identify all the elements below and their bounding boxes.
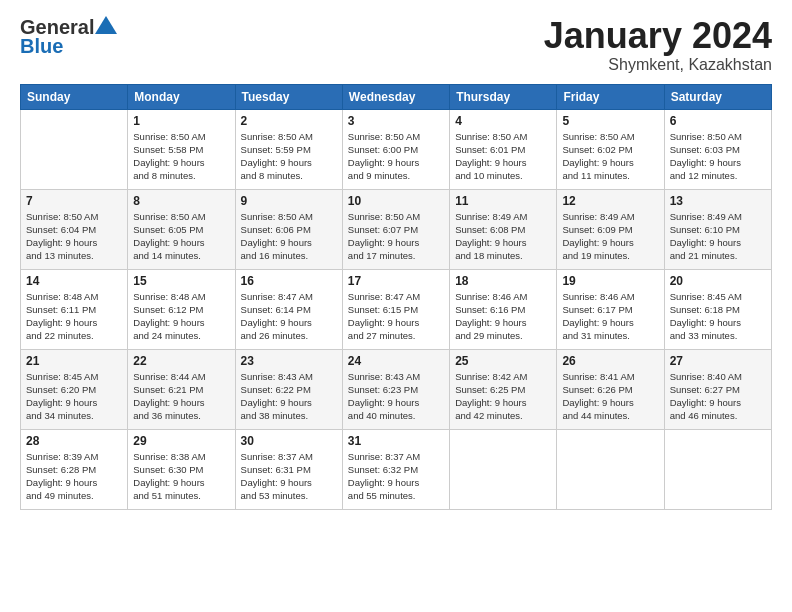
calendar-week-row: 1Sunrise: 8:50 AM Sunset: 5:58 PM Daylig…: [21, 109, 772, 189]
day-number: 29: [133, 434, 229, 448]
table-row: 19Sunrise: 8:46 AM Sunset: 6:17 PM Dayli…: [557, 269, 664, 349]
calendar-week-row: 21Sunrise: 8:45 AM Sunset: 6:20 PM Dayli…: [21, 349, 772, 429]
table-row: 25Sunrise: 8:42 AM Sunset: 6:25 PM Dayli…: [450, 349, 557, 429]
table-row: 16Sunrise: 8:47 AM Sunset: 6:14 PM Dayli…: [235, 269, 342, 349]
table-row: 11Sunrise: 8:49 AM Sunset: 6:08 PM Dayli…: [450, 189, 557, 269]
day-number: 25: [455, 354, 551, 368]
day-info: Sunrise: 8:50 AM Sunset: 6:06 PM Dayligh…: [241, 210, 337, 263]
header-wednesday: Wednesday: [342, 84, 449, 109]
day-number: 20: [670, 274, 766, 288]
table-row: 5Sunrise: 8:50 AM Sunset: 6:02 PM Daylig…: [557, 109, 664, 189]
table-row: [557, 429, 664, 509]
table-row: 10Sunrise: 8:50 AM Sunset: 6:07 PM Dayli…: [342, 189, 449, 269]
day-info: Sunrise: 8:37 AM Sunset: 6:32 PM Dayligh…: [348, 450, 444, 503]
day-info: Sunrise: 8:47 AM Sunset: 6:15 PM Dayligh…: [348, 290, 444, 343]
table-row: [450, 429, 557, 509]
day-number: 17: [348, 274, 444, 288]
day-number: 6: [670, 114, 766, 128]
header-tuesday: Tuesday: [235, 84, 342, 109]
day-number: 14: [26, 274, 122, 288]
table-row: 31Sunrise: 8:37 AM Sunset: 6:32 PM Dayli…: [342, 429, 449, 509]
day-info: Sunrise: 8:48 AM Sunset: 6:11 PM Dayligh…: [26, 290, 122, 343]
day-info: Sunrise: 8:48 AM Sunset: 6:12 PM Dayligh…: [133, 290, 229, 343]
day-info: Sunrise: 8:46 AM Sunset: 6:16 PM Dayligh…: [455, 290, 551, 343]
day-number: 10: [348, 194, 444, 208]
day-info: Sunrise: 8:50 AM Sunset: 6:07 PM Dayligh…: [348, 210, 444, 263]
table-row: 15Sunrise: 8:48 AM Sunset: 6:12 PM Dayli…: [128, 269, 235, 349]
calendar-header-row: Sunday Monday Tuesday Wednesday Thursday…: [21, 84, 772, 109]
day-info: Sunrise: 8:49 AM Sunset: 6:08 PM Dayligh…: [455, 210, 551, 263]
logo-icon: [95, 16, 117, 34]
table-row: 26Sunrise: 8:41 AM Sunset: 6:26 PM Dayli…: [557, 349, 664, 429]
day-number: 24: [348, 354, 444, 368]
table-row: 23Sunrise: 8:43 AM Sunset: 6:22 PM Dayli…: [235, 349, 342, 429]
day-info: Sunrise: 8:50 AM Sunset: 6:02 PM Dayligh…: [562, 130, 658, 183]
day-info: Sunrise: 8:49 AM Sunset: 6:10 PM Dayligh…: [670, 210, 766, 263]
day-number: 12: [562, 194, 658, 208]
table-row: 6Sunrise: 8:50 AM Sunset: 6:03 PM Daylig…: [664, 109, 771, 189]
day-number: 19: [562, 274, 658, 288]
header: General Blue January 2024 Shymkent, Kaza…: [20, 16, 772, 74]
table-row: 18Sunrise: 8:46 AM Sunset: 6:16 PM Dayli…: [450, 269, 557, 349]
calendar-table: Sunday Monday Tuesday Wednesday Thursday…: [20, 84, 772, 510]
day-number: 2: [241, 114, 337, 128]
day-info: Sunrise: 8:49 AM Sunset: 6:09 PM Dayligh…: [562, 210, 658, 263]
table-row: 7Sunrise: 8:50 AM Sunset: 6:04 PM Daylig…: [21, 189, 128, 269]
table-row: [664, 429, 771, 509]
table-row: 29Sunrise: 8:38 AM Sunset: 6:30 PM Dayli…: [128, 429, 235, 509]
day-info: Sunrise: 8:50 AM Sunset: 5:59 PM Dayligh…: [241, 130, 337, 183]
table-row: 2Sunrise: 8:50 AM Sunset: 5:59 PM Daylig…: [235, 109, 342, 189]
day-number: 3: [348, 114, 444, 128]
title-location: Shymkent, Kazakhstan: [544, 56, 772, 74]
table-row: [21, 109, 128, 189]
table-row: 8Sunrise: 8:50 AM Sunset: 6:05 PM Daylig…: [128, 189, 235, 269]
svg-marker-0: [95, 16, 117, 34]
header-monday: Monday: [128, 84, 235, 109]
header-friday: Friday: [557, 84, 664, 109]
logo-blue: Blue: [20, 35, 63, 58]
title-block: January 2024 Shymkent, Kazakhstan: [544, 16, 772, 74]
calendar-week-row: 28Sunrise: 8:39 AM Sunset: 6:28 PM Dayli…: [21, 429, 772, 509]
title-month: January 2024: [544, 16, 772, 56]
day-info: Sunrise: 8:42 AM Sunset: 6:25 PM Dayligh…: [455, 370, 551, 423]
table-row: 3Sunrise: 8:50 AM Sunset: 6:00 PM Daylig…: [342, 109, 449, 189]
day-info: Sunrise: 8:45 AM Sunset: 6:20 PM Dayligh…: [26, 370, 122, 423]
table-row: 24Sunrise: 8:43 AM Sunset: 6:23 PM Dayli…: [342, 349, 449, 429]
day-info: Sunrise: 8:45 AM Sunset: 6:18 PM Dayligh…: [670, 290, 766, 343]
day-info: Sunrise: 8:38 AM Sunset: 6:30 PM Dayligh…: [133, 450, 229, 503]
day-number: 7: [26, 194, 122, 208]
page: General Blue January 2024 Shymkent, Kaza…: [0, 0, 792, 520]
table-row: 28Sunrise: 8:39 AM Sunset: 6:28 PM Dayli…: [21, 429, 128, 509]
day-number: 8: [133, 194, 229, 208]
day-number: 5: [562, 114, 658, 128]
day-info: Sunrise: 8:40 AM Sunset: 6:27 PM Dayligh…: [670, 370, 766, 423]
day-info: Sunrise: 8:41 AM Sunset: 6:26 PM Dayligh…: [562, 370, 658, 423]
header-saturday: Saturday: [664, 84, 771, 109]
day-number: 11: [455, 194, 551, 208]
day-number: 30: [241, 434, 337, 448]
day-number: 13: [670, 194, 766, 208]
logo: General Blue: [20, 16, 118, 58]
day-info: Sunrise: 8:50 AM Sunset: 6:04 PM Dayligh…: [26, 210, 122, 263]
calendar-week-row: 14Sunrise: 8:48 AM Sunset: 6:11 PM Dayli…: [21, 269, 772, 349]
header-sunday: Sunday: [21, 84, 128, 109]
day-info: Sunrise: 8:39 AM Sunset: 6:28 PM Dayligh…: [26, 450, 122, 503]
day-info: Sunrise: 8:50 AM Sunset: 6:05 PM Dayligh…: [133, 210, 229, 263]
day-number: 21: [26, 354, 122, 368]
day-number: 23: [241, 354, 337, 368]
day-info: Sunrise: 8:50 AM Sunset: 5:58 PM Dayligh…: [133, 130, 229, 183]
table-row: 1Sunrise: 8:50 AM Sunset: 5:58 PM Daylig…: [128, 109, 235, 189]
day-number: 27: [670, 354, 766, 368]
table-row: 20Sunrise: 8:45 AM Sunset: 6:18 PM Dayli…: [664, 269, 771, 349]
table-row: 9Sunrise: 8:50 AM Sunset: 6:06 PM Daylig…: [235, 189, 342, 269]
day-number: 26: [562, 354, 658, 368]
day-number: 15: [133, 274, 229, 288]
day-info: Sunrise: 8:50 AM Sunset: 6:00 PM Dayligh…: [348, 130, 444, 183]
day-info: Sunrise: 8:46 AM Sunset: 6:17 PM Dayligh…: [562, 290, 658, 343]
table-row: 27Sunrise: 8:40 AM Sunset: 6:27 PM Dayli…: [664, 349, 771, 429]
day-number: 1: [133, 114, 229, 128]
table-row: 21Sunrise: 8:45 AM Sunset: 6:20 PM Dayli…: [21, 349, 128, 429]
table-row: 30Sunrise: 8:37 AM Sunset: 6:31 PM Dayli…: [235, 429, 342, 509]
day-number: 9: [241, 194, 337, 208]
day-info: Sunrise: 8:43 AM Sunset: 6:23 PM Dayligh…: [348, 370, 444, 423]
